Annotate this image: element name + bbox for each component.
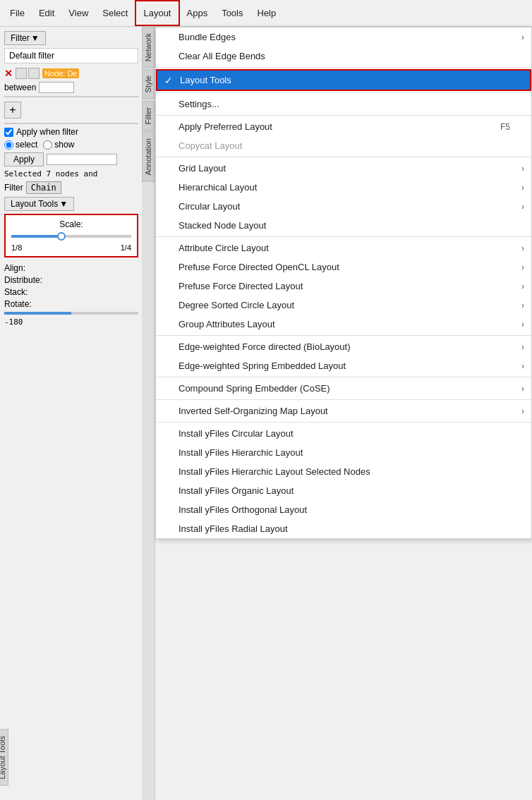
menu-view[interactable]: View <box>61 0 95 26</box>
sep9 <box>156 422 531 423</box>
rotate-value: -180 <box>4 317 138 327</box>
install-hierarchic-label: Install yFiles Hierarchic Layout <box>179 447 303 458</box>
add-filter-button[interactable]: + <box>4 102 21 119</box>
filter-arrow: ▼ <box>31 33 40 43</box>
tab-filter[interactable]: Filter <box>142 101 155 131</box>
select-show-group: select show <box>4 140 138 150</box>
menu-help[interactable]: Help <box>250 0 284 26</box>
distribute-label: Distribute: <box>4 275 42 285</box>
bundle-edges-label: Bundle Edges <box>179 32 236 42</box>
menu-layout[interactable]: Layout <box>135 0 179 26</box>
apply-row: Apply <box>4 152 138 166</box>
menubar: File Edit View Select Layout Apps Tools … <box>0 0 532 27</box>
layout-tools-button[interactable]: Layout Tools ▼ <box>4 197 74 211</box>
clear-edge-bends-label: Clear All Edge Bends <box>179 51 265 61</box>
menu-install-circular[interactable]: Install yFiles Circular Layout <box>156 424 531 443</box>
sep3 <box>156 115 531 116</box>
menu-circular[interactable]: Circular Layout › <box>156 197 531 216</box>
filter-chain-row: Filter Chain <box>4 181 138 194</box>
select-radio[interactable] <box>4 140 13 150</box>
edge-weighted-bio-label: Edge-weighted Force directed (BioLayout) <box>179 341 351 352</box>
menu-tools[interactable]: Tools <box>214 0 250 26</box>
menu-install-hierarchic-selected[interactable]: Install yFiles Hierarchic Layout Selecte… <box>156 462 531 481</box>
layout-tools-menu-label: Layout Tools <box>180 75 231 85</box>
menu-edge-weighted-bio[interactable]: Edge-weighted Force directed (BioLayout)… <box>156 337 531 356</box>
apply-when-text: Apply when filter <box>16 127 78 137</box>
menu-grid-layout[interactable]: Grid Layout › <box>156 159 531 178</box>
filter-label2: Filter <box>4 183 23 193</box>
rotate-slider[interactable] <box>4 312 138 315</box>
sep5 <box>156 236 531 237</box>
rotate-label: Rotate: <box>4 299 32 309</box>
scale-slider-thumb[interactable] <box>57 232 66 241</box>
inverted-som-label: Inverted Self-Organizing Map Layout <box>179 406 328 416</box>
menu-stacked-node[interactable]: Stacked Node Layout <box>156 216 531 235</box>
install-radial-label: Install yFiles Radial Layout <box>179 523 288 534</box>
menu-edge-weighted-spring[interactable]: Edge-weighted Spring Embedded Layout › <box>156 356 531 375</box>
node-label: Node: De <box>42 68 79 78</box>
scale-mid: 1/4 <box>121 243 131 252</box>
layout-dropdown: Bundle Edges › Clear All Edge Bends ✓ La… <box>155 27 532 539</box>
layout-tools-arrow: ▼ <box>59 199 68 209</box>
left-sidebar: Filter ▼ Default filter ✕ Node: De betwe… <box>0 27 155 800</box>
hierarchical-arrow: › <box>521 183 524 193</box>
filter-icon <box>16 68 27 79</box>
show-radio[interactable] <box>43 140 52 150</box>
menu-apply-preferred[interactable]: Apply Preferred Layout F5 <box>156 117 531 136</box>
menu-attribute-circle[interactable]: Attribute Circle Layout › <box>156 238 531 257</box>
rotate-fill <box>4 312 71 315</box>
apply-when-row: Apply when filter <box>4 127 138 137</box>
stack-label: Stack: <box>4 287 28 297</box>
menu-install-hierarchic[interactable]: Install yFiles Hierarchic Layout <box>156 443 531 462</box>
apply-button[interactable]: Apply <box>4 152 44 166</box>
apply-preferred-shortcut: F5 <box>500 122 510 132</box>
menu-install-radial[interactable]: Install yFiles Radial Layout <box>156 519 531 538</box>
between-row: between <box>4 82 138 93</box>
tab-network[interactable]: Network <box>142 27 155 68</box>
select-radio-label: select <box>4 140 37 150</box>
sep7 <box>156 377 531 377</box>
filter-button[interactable]: Filter ▼ <box>4 31 46 45</box>
prefuse-directed-arrow: › <box>521 281 524 291</box>
menu-apps[interactable]: Apps <box>180 0 215 26</box>
menu-install-orthogonal[interactable]: Install yFiles Orthogonal Layout <box>156 500 531 519</box>
menu-prefuse-opencl[interactable]: Prefuse Force Directed OpenCL Layout › <box>156 257 531 277</box>
layout-tools-checkmark: ✓ <box>164 75 173 86</box>
apply-input[interactable] <box>47 154 117 165</box>
menu-edit[interactable]: Edit <box>32 0 61 26</box>
menu-degree-sorted[interactable]: Degree Sorted Circle Layout › <box>156 296 531 315</box>
attribute-circle-arrow: › <box>521 243 524 253</box>
between-text: between <box>4 83 36 92</box>
between-input[interactable] <box>39 82 74 93</box>
menu-group-attributes[interactable]: Group Attributes Layout › <box>156 315 531 334</box>
layout-tools-row: Layout Tools ▼ <box>4 197 138 211</box>
circular-label: Circular Layout <box>179 201 240 212</box>
scale-box: Scale: 1/8 1/4 <box>4 214 138 257</box>
remove-filter-button[interactable]: ✕ <box>4 68 13 79</box>
menu-compound-spring[interactable]: Compound Spring Embedder (CoSE) › <box>156 379 531 398</box>
menu-select[interactable]: Select <box>95 0 135 26</box>
menu-inverted-som[interactable]: Inverted Self-Organizing Map Layout › <box>156 401 531 420</box>
menu-settings[interactable]: Settings... <box>156 95 531 114</box>
tab-annotation[interactable]: Annotation <box>142 132 155 182</box>
menu-bundle-edges[interactable]: Bundle Edges › <box>156 28 531 47</box>
menu-layout-tools[interactable]: ✓ Layout Tools <box>156 69 531 91</box>
scale-slider-fill <box>11 235 59 238</box>
status-text: Selected 7 nodes and <box>4 169 138 178</box>
compound-spring-arrow: › <box>521 384 524 394</box>
show-radio-label: show <box>43 140 74 150</box>
menu-clear-edge-bends[interactable]: Clear All Edge Bends <box>156 47 531 66</box>
filter-row: ✕ Node: De <box>4 68 138 79</box>
menu-prefuse-directed[interactable]: Prefuse Force Directed Layout › <box>156 277 531 296</box>
menu-install-organic[interactable]: Install yFiles Organic Layout <box>156 481 531 500</box>
menu-hierarchical[interactable]: Hierarchical Layout › <box>156 178 531 197</box>
layout-tools-text: Layout Tools <box>11 199 58 209</box>
apply-when-checkbox[interactable] <box>4 128 13 137</box>
filter-icon2 <box>28 68 40 79</box>
filter-label: Filter <box>11 33 30 43</box>
tab-style[interactable]: Style <box>142 69 155 99</box>
prefuse-directed-label: Prefuse Force Directed Layout <box>179 281 303 291</box>
circular-arrow: › <box>521 202 524 212</box>
default-filter-display: Default filter <box>4 48 138 63</box>
menu-file[interactable]: File <box>3 0 32 26</box>
